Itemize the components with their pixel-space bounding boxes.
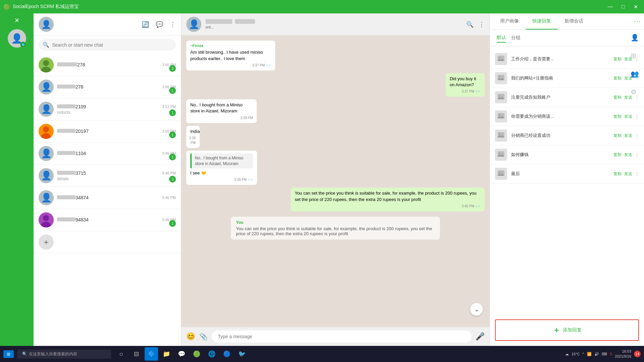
add-reply-button[interactable]: ＋ 添加回复	[553, 325, 582, 335]
maximize-button[interactable]: □	[619, 3, 628, 11]
keyboard-icon[interactable]: ⌨	[602, 352, 607, 356]
taskbar-app-search[interactable]: ○	[114, 347, 128, 361]
app-green-icon: 🟢	[193, 350, 200, 358]
unread-badge: 3	[169, 176, 176, 183]
taskbar-app-wechat[interactable]: 💬	[175, 347, 188, 361]
start-button[interactable]: ⊞	[3, 350, 14, 358]
list-item[interactable]: 94834 3:46 PM 1	[34, 209, 181, 231]
taskbar-app-folder[interactable]: 📁	[160, 347, 173, 361]
copy-button[interactable]: 复制	[613, 152, 622, 158]
volume-icon[interactable]: 🔊	[594, 352, 599, 356]
contacts-icon[interactable]: 👥	[631, 70, 639, 78]
plus-icon: ＋	[553, 325, 560, 335]
account-avatar[interactable]: 👤	[39, 17, 54, 32]
quoted-preview-text: You can set the price you think is suita…	[236, 226, 435, 236]
list-item[interactable]: 👤 3715 3:46 PM details 3	[34, 165, 181, 187]
copy-button[interactable]: 复制	[613, 171, 622, 177]
taskbar-app-edge[interactable]: 🌐	[205, 347, 218, 361]
list-item[interactable]: 👤 34874 3:46 PM	[34, 187, 181, 209]
contact-name: 278	[57, 84, 83, 90]
list-item[interactable]: 278 3:56 PM 3	[34, 54, 181, 76]
chat-header-avatar: 👤	[186, 17, 201, 32]
list-item[interactable]: 👤 1104 3:49 PM 1	[34, 143, 181, 165]
list-item[interactable]: 👤 2109 3:53 PM roducts 1	[34, 98, 181, 120]
weather-icon: ☁	[565, 352, 569, 356]
qr-more-button[interactable]: ⋮	[635, 133, 639, 138]
temperature: 16°C	[572, 352, 580, 356]
taskbar-app-chrome[interactable]: 🔵	[220, 347, 234, 361]
taskbar-app-misc[interactable]: 🐦	[235, 347, 249, 361]
copy-button[interactable]: 复制	[613, 75, 622, 81]
right-side-icons: 👤 ⊞ 👥 ⚙	[631, 34, 639, 96]
qr-more-button[interactable]: ⋮	[635, 152, 639, 157]
subtab-group[interactable]: 分组	[511, 34, 521, 42]
grid-icon[interactable]: ⊞	[631, 52, 639, 60]
search-bar[interactable]: 🔍	[39, 39, 176, 51]
send-button[interactable]: 发送	[624, 152, 632, 158]
settings-icon[interactable]: ⚙	[631, 88, 639, 96]
circle-icon: ○	[119, 350, 123, 358]
subtab-default[interactable]: 默认	[497, 33, 506, 43]
tab-quick-replies[interactable]: 快捷回复	[526, 13, 558, 30]
taskbar-app-widget[interactable]: ⊟	[130, 347, 143, 361]
qr-image-placeholder	[495, 149, 507, 161]
qr-more-button[interactable]: ⋮	[635, 114, 639, 119]
search-input[interactable]	[52, 42, 172, 48]
chat-time: 3:46 PM	[162, 171, 176, 175]
attach-icon[interactable]: 📎	[199, 332, 208, 341]
more-options-icon[interactable]: ⋮	[170, 21, 176, 28]
svg-point-14	[499, 95, 500, 97]
copy-button[interactable]: 复制	[613, 56, 622, 62]
copy-button[interactable]: 复制	[613, 133, 622, 139]
add-contact-item[interactable]: +	[34, 231, 181, 253]
send-button[interactable]: 发送	[624, 171, 632, 177]
add-contact-button[interactable]: +	[39, 235, 54, 250]
tab-user-profile[interactable]: 用户画像	[493, 13, 526, 30]
svg-point-10	[499, 57, 500, 58]
minimize-button[interactable]: —	[605, 3, 615, 11]
user-avatar[interactable]: 👤	[8, 29, 26, 48]
list-item[interactable]: 20197 3:50 PM 1	[34, 120, 181, 143]
svg-point-4	[43, 126, 49, 133]
taskbar-extra-icon[interactable]: S	[610, 352, 612, 356]
taskbar-expand-icon[interactable]: ^	[583, 352, 584, 356]
qr-more-button[interactable]: ⋮	[635, 171, 639, 176]
copy-button[interactable]: 复制	[613, 114, 622, 119]
message-time: 3:40 PM ✓✓	[295, 204, 481, 209]
list-item[interactable]: 👤 278 3:56 PM 1	[34, 76, 181, 98]
taskbar-app-green[interactable]: 🟢	[190, 347, 203, 361]
more-tabs-icon[interactable]: ⋯	[634, 17, 641, 25]
copy-button[interactable]: 复制	[613, 95, 622, 100]
chat-preview: details	[57, 176, 131, 181]
notification-badge[interactable]: 14	[634, 351, 641, 357]
qr-actions: 复制 发送 ⋮	[613, 152, 639, 158]
taskbar-search[interactable]: 🔍 在这里输入你要搜索的内容	[17, 350, 111, 359]
taskbar-app-blue[interactable]: 🔷	[145, 347, 158, 361]
chat-icon[interactable]: 💬	[156, 21, 163, 28]
tab-new-conversation[interactable]: 新增会话	[558, 13, 590, 30]
close-button[interactable]: ✕	[631, 3, 641, 11]
unread-badge: 3	[169, 65, 176, 72]
message-input[interactable]	[212, 330, 472, 343]
refresh-icon[interactable]: 🔄	[142, 21, 149, 28]
right-panel-tabs: 用户画像 快捷回复 新增会话 ⋯	[490, 13, 644, 30]
sidebar-close-icon[interactable]: ✕	[14, 17, 19, 24]
message-bubble: ~Firoza Am still browsing.. I have used …	[186, 41, 275, 70]
user-search-icon[interactable]: 👤	[631, 34, 639, 42]
message-bubble: No.. I bought from a Miniso store in Aiz…	[186, 99, 257, 123]
unread-badge: 1	[169, 87, 176, 94]
send-button[interactable]: 发送	[624, 133, 632, 139]
quick-replies-list: 工作介绍，是否需要... 复制 发送 ⋮ 我们的网站+注册指南 复制 发送 ⋮	[490, 46, 644, 314]
add-reply-area[interactable]: ＋ 添加回复	[495, 319, 639, 341]
network-icon[interactable]: 📶	[587, 352, 592, 356]
emoji-icon[interactable]: 😊	[186, 332, 195, 341]
svg-point-22	[499, 172, 500, 173]
message-bubble: You can set the price you think is suita…	[291, 188, 485, 211]
chat-more-icon[interactable]: ⋮	[479, 21, 485, 28]
mic-icon[interactable]: 🎤	[476, 332, 485, 341]
message-group: You can set the price you think is suita…	[186, 188, 485, 211]
search-in-chat-icon[interactable]: 🔍	[466, 21, 474, 28]
qr-image-placeholder	[495, 72, 507, 84]
scroll-down-button[interactable]: ⌄	[470, 303, 483, 316]
send-button[interactable]: 发送	[624, 114, 632, 119]
